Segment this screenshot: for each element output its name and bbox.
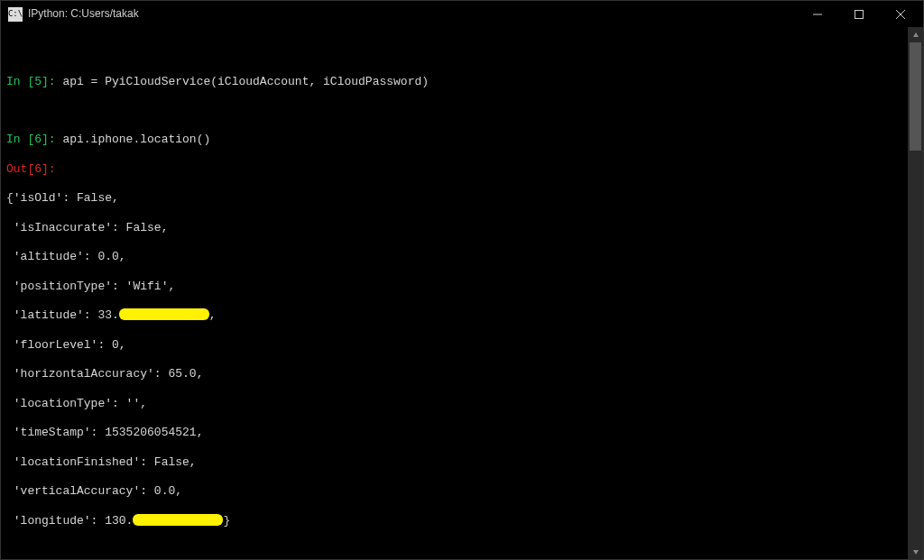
redacted-latitude-1: [119, 308, 209, 320]
prompt-out-6: Out[6]:: [6, 162, 56, 176]
out6-l12b: }: [223, 514, 230, 528]
minimize-button[interactable]: [797, 1, 838, 28]
out6-l12a: 'longitude': 130.: [6, 514, 133, 528]
content-area: In [5]: api = PyiCloudService(iCloudAcco…: [0, 27, 924, 560]
vertical-scrollbar[interactable]: [908, 27, 923, 559]
scroll-thumb[interactable]: [910, 42, 921, 151]
svg-marker-5: [913, 550, 919, 555]
close-button[interactable]: [880, 1, 921, 28]
out6-l6: 'floorLevel': 0,: [6, 338, 126, 352]
out6-l4: 'positionType': 'Wifi',: [6, 280, 175, 293]
terminal-output[interactable]: In [5]: api = PyiCloudService(iCloudAcco…: [1, 27, 908, 559]
out6-l5a: 'latitude': 33.: [6, 308, 119, 322]
out6-l2: 'isInaccurate': False,: [6, 221, 168, 234]
redacted-longitude-1: [133, 514, 223, 526]
scroll-up-arrow[interactable]: [908, 27, 923, 42]
maximize-button[interactable]: [838, 1, 880, 28]
scroll-down-arrow[interactable]: [908, 544, 923, 559]
out6-l9: 'timeStamp': 1535206054521,: [6, 426, 203, 439]
out6-l3: 'altitude': 0.0,: [6, 250, 126, 263]
window-titlebar: C:\ IPython: C:Users/takak: [0, 0, 924, 27]
svg-rect-1: [855, 10, 864, 18]
out6-l10: 'locationFinished': False,: [6, 455, 197, 469]
out6-l5b: ,: [209, 308, 217, 322]
code-line-5: api = PyiCloudService(iCloudAccount, iCl…: [56, 75, 429, 88]
out6-l7: 'horizontalAccuracy': 65.0,: [6, 367, 203, 381]
prompt-in-5: In [5]:: [6, 75, 56, 88]
app-icon: C:\: [8, 7, 23, 22]
svg-marker-4: [913, 32, 919, 37]
prompt-in-6: In [6]:: [6, 133, 56, 146]
out6-l1: {'isOld': False,: [6, 191, 119, 205]
code-line-6: api.iphone.location(): [56, 133, 211, 146]
out6-l11: 'verticalAccuracy': 0.0,: [6, 484, 182, 498]
out6-l8: 'locationType': '',: [6, 397, 147, 410]
window-title: IPython: C:Users/takak: [28, 7, 139, 21]
